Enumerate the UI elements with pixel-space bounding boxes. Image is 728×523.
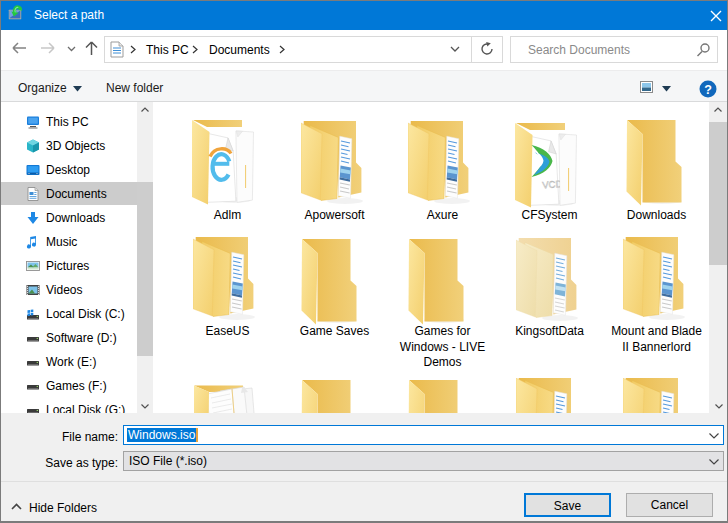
svg-text:?: ?: [704, 83, 712, 97]
